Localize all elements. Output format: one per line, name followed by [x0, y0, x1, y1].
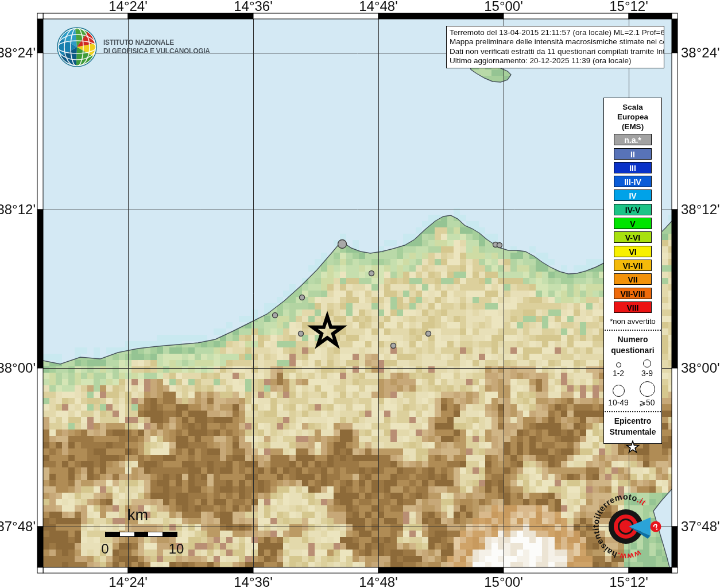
intensity-swatch: VII — [614, 273, 652, 285]
axis-tick-label: 38°12' — [681, 202, 720, 218]
axis-tick-label: 15°12' — [609, 574, 648, 588]
size-circle-icon — [640, 381, 655, 397]
axis-tick-label: 15°00' — [484, 574, 523, 588]
frame-segment — [672, 368, 678, 527]
questionnaire-size-item: 10-49 — [604, 381, 633, 407]
legend-footnote: *non avvertito — [604, 317, 661, 326]
macroseismic-map-page: 14°24'14°36'14°48'15°00'15°12' 14°24'14°… — [0, 0, 720, 588]
size-label: 10-49 — [608, 398, 629, 407]
questionnaire-size-item: 3-9 — [633, 359, 661, 378]
axis-tick-label: 15°00' — [484, 0, 523, 14]
star-glyph — [627, 441, 639, 452]
intensity-swatch: VII-VIII — [614, 288, 652, 299]
questionnaire-size-key: 1-23-910-49⩾50 — [604, 359, 661, 407]
epicenter-title: Epicentro Strumentale — [604, 416, 661, 438]
legend-separator — [605, 330, 661, 331]
axis-tick-label: 14°48' — [359, 574, 398, 588]
frame-segment — [672, 19, 678, 53]
frame-segment — [43, 567, 128, 573]
info-box-line: Terremoto del 13-04-2015 21:11:57 (ora l… — [450, 28, 661, 37]
questionnaires-title: Numero questionari — [604, 334, 661, 356]
axis-tick-label: 38°00' — [681, 360, 720, 376]
size-circle-icon — [613, 385, 625, 397]
intensity-swatch: V — [614, 218, 652, 229]
frame-segment — [37, 368, 43, 527]
earthquake-info-box: Terremoto del 13-04-2015 21:11:57 (ora l… — [446, 26, 664, 68]
frame-segment — [37, 527, 43, 567]
axis-tick-label: 37°48' — [681, 519, 720, 535]
axis-tick-label: 14°24' — [109, 574, 148, 588]
frame-segment — [37, 13, 43, 19]
size-circle-icon — [643, 359, 651, 368]
intensity-scale: n.a.*IIIIIIII-IVIVIV-VVV-VIVIVI-VIIVIIVI… — [604, 134, 661, 313]
axis-tick-label: 14°36' — [234, 0, 273, 14]
info-box-line: Dati non verificati estratti da 11 quest… — [450, 47, 661, 56]
frame-segment — [37, 210, 43, 368]
scale-bar-start: 0 — [101, 541, 109, 557]
ingv-name-line2: DI GEOFISICA E VULCANOLOGIA — [103, 47, 210, 56]
questionnaire-size-item: 1-2 — [604, 359, 633, 378]
axis-tick-label: 14°48' — [359, 0, 398, 14]
frame-segment — [253, 567, 378, 573]
frame-segment — [672, 567, 678, 573]
intensity-swatch: VI — [614, 246, 652, 257]
size-label: 3-9 — [641, 369, 653, 378]
axis-tick-label: 14°24' — [109, 0, 148, 14]
legend-separator — [605, 411, 661, 412]
epicenter-star-icon — [625, 440, 641, 455]
axis-tick-label: 37°48' — [0, 519, 36, 535]
info-box-line: Ultimo aggiornamento: 20-12-2025 11:39 (… — [450, 56, 661, 65]
size-label: ⩾50 — [639, 398, 655, 407]
frame-segment — [37, 19, 43, 53]
intensity-swatch: n.a.* — [614, 134, 652, 145]
terrain-map — [43, 19, 672, 567]
axis-tick-label: 38°24' — [0, 45, 36, 61]
frame-segment — [504, 567, 629, 573]
size-label: 1-2 — [613, 369, 624, 378]
frame-segment — [378, 567, 504, 573]
legend-title: Scala Europea (EMS) — [604, 98, 661, 131]
intensity-swatch: III-IV — [614, 176, 652, 187]
frame-segment — [37, 567, 43, 573]
axis-tick-label: 38°00' — [0, 360, 36, 376]
ingv-logo: ISTITUTO NAZIONALE DI GEOFISICA E VULCAN… — [56, 26, 216, 68]
intensity-swatch: II — [614, 148, 652, 160]
intensity-swatch: VIII — [614, 301, 652, 313]
frame-segment — [672, 527, 678, 567]
axis-tick-label: 38°12' — [0, 202, 36, 218]
legend-panel: Scala Europea (EMS) n.a.*IIIIIIII-IVIVIV… — [603, 98, 662, 444]
frame-segment — [672, 13, 678, 19]
ingv-globe-icon — [56, 26, 98, 68]
axis-tick-label: 14°36' — [234, 574, 273, 588]
ingv-name-line1: ISTITUTO NAZIONALE — [103, 38, 210, 47]
scale-bar-end: 10 — [169, 541, 184, 557]
frame-segment — [672, 53, 678, 210]
frame-segment — [629, 567, 672, 573]
intensity-swatch: VI-VII — [614, 260, 652, 271]
info-box-line: Mappa preliminare delle intensità macros… — [450, 37, 661, 47]
axis-tick-label: 38°24' — [681, 45, 720, 61]
questionnaire-size-item: ⩾50 — [633, 381, 661, 407]
size-circle-icon — [616, 362, 621, 368]
intensity-swatch: III — [614, 162, 652, 173]
frame-segment — [672, 210, 678, 368]
scale-bar-segments — [105, 532, 177, 537]
scale-bar-unit: km — [127, 506, 148, 524]
intensity-swatch: IV — [614, 189, 652, 201]
ingv-name: ISTITUTO NAZIONALE DI GEOFISICA E VULCAN… — [103, 38, 210, 56]
intensity-swatch: IV-V — [614, 204, 652, 215]
frame-segment — [37, 53, 43, 210]
intensity-swatch: V-VI — [614, 231, 652, 243]
frame-segment — [128, 567, 253, 573]
axis-tick-label: 15°12' — [609, 0, 648, 14]
